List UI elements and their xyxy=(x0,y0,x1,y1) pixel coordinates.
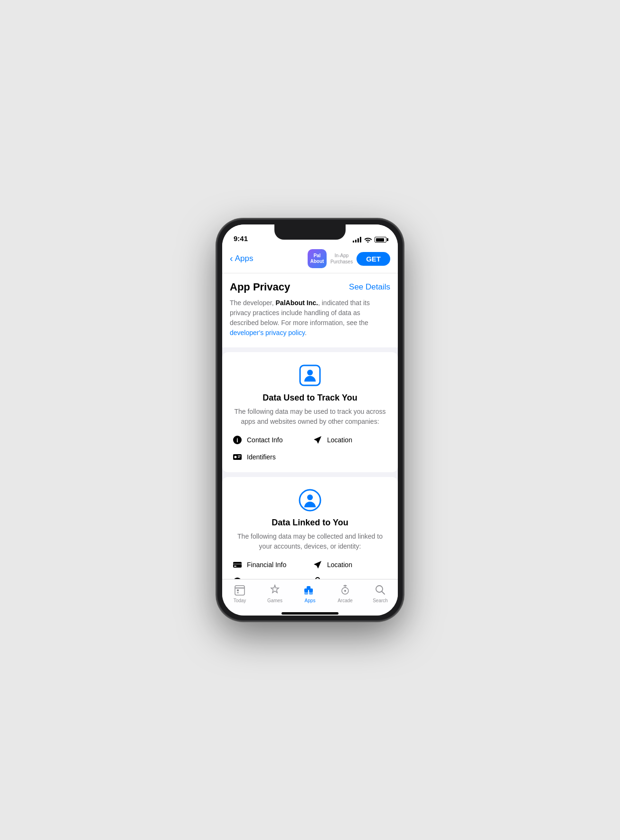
back-label: Apps xyxy=(235,254,254,263)
track-item-identifiers: Identifiers xyxy=(232,451,308,463)
tab-apps[interactable]: Apps xyxy=(292,583,328,603)
track-items-grid: i Contact Info Location xyxy=(232,434,388,463)
linked-item-location: Location xyxy=(312,559,388,570)
svg-rect-23 xyxy=(237,592,239,593)
linked-location-label: Location xyxy=(327,561,352,569)
tab-arcade[interactable]: Arcade xyxy=(328,583,363,603)
location-arrow-icon-2 xyxy=(312,559,323,570)
svg-rect-28 xyxy=(309,592,313,595)
back-arrow-icon: ‹ xyxy=(230,253,233,264)
svg-rect-21 xyxy=(235,588,244,588)
back-button[interactable]: ‹ Apps xyxy=(230,253,253,264)
track-identifiers-label: Identifiers xyxy=(247,453,276,461)
today-tab-icon xyxy=(233,583,246,597)
svg-rect-11 xyxy=(233,563,242,565)
id-card-icon xyxy=(232,451,243,463)
svg-point-1 xyxy=(307,370,313,375)
status-icons xyxy=(353,237,386,243)
home-bar xyxy=(282,612,338,615)
tab-games[interactable]: Games xyxy=(257,583,292,603)
svg-rect-20 xyxy=(235,586,244,595)
apps-tab-icon xyxy=(303,583,317,597)
linked-you-card: Data Linked to You The following data ma… xyxy=(222,477,398,579)
track-item-contact-info: i Contact Info xyxy=(232,434,308,446)
phone-device: 9:41 ‹ Apps xyxy=(217,220,403,620)
svg-text:i: i xyxy=(236,437,238,444)
tab-arcade-label: Arcade xyxy=(338,598,353,603)
wifi-icon xyxy=(364,237,372,243)
svg-rect-26 xyxy=(307,586,310,590)
privacy-header: App Privacy See Details The developer, P… xyxy=(222,273,398,347)
developer-name: PalAbout Inc. xyxy=(276,299,318,307)
track-you-card: Data Used to Track You The following dat… xyxy=(222,352,398,472)
svg-rect-27 xyxy=(304,592,308,595)
svg-rect-12 xyxy=(234,566,236,567)
track-icon xyxy=(298,364,322,387)
linked-card-description: The following data may be collected and … xyxy=(232,532,388,551)
search-tab-icon xyxy=(374,583,387,597)
svg-rect-22 xyxy=(237,589,239,591)
info-circle-icon: i xyxy=(232,434,243,446)
privacy-description: The developer, PalAbout Inc., indicated … xyxy=(230,298,390,338)
track-card-description: The following data may be used to track … xyxy=(232,407,388,427)
home-indicator xyxy=(222,613,398,616)
credit-card-icon xyxy=(232,559,243,570)
privacy-title-row: App Privacy See Details xyxy=(230,281,390,293)
svg-point-5 xyxy=(235,456,237,458)
track-location-label: Location xyxy=(327,436,352,444)
battery-icon xyxy=(375,237,386,243)
svg-point-30 xyxy=(344,590,346,592)
linked-card-title: Data Linked to You xyxy=(232,518,388,528)
track-item-location: Location xyxy=(312,434,388,446)
track-card-title: Data Used to Track You xyxy=(232,393,388,403)
location-arrow-icon xyxy=(312,434,323,446)
phone-screen: 9:41 ‹ Apps xyxy=(222,224,398,616)
svg-rect-6 xyxy=(238,456,241,457)
svg-rect-7 xyxy=(238,457,240,458)
tab-apps-label: Apps xyxy=(305,598,316,603)
tab-today[interactable]: Today xyxy=(222,583,257,603)
linked-financial-label: Financial Info xyxy=(247,561,286,569)
svg-point-9 xyxy=(307,495,313,500)
track-contact-info-label: Contact Info xyxy=(247,436,283,444)
tab-search-label: Search xyxy=(373,598,388,603)
games-tab-icon xyxy=(268,583,282,597)
tab-today-label: Today xyxy=(234,598,246,603)
arcade-tab-icon xyxy=(338,583,352,597)
see-details-link[interactable]: See Details xyxy=(349,282,390,292)
nav-center: PalAbout In-AppPurchases GET xyxy=(308,249,390,268)
notch xyxy=(274,224,346,240)
linked-items-grid: Financial Info Location xyxy=(232,559,388,579)
navigation-bar: ‹ Apps PalAbout In-AppPurchases GET xyxy=(222,245,398,273)
privacy-policy-link[interactable]: developer's privacy policy xyxy=(230,329,305,336)
signal-icon xyxy=(353,237,361,243)
main-content[interactable]: App Privacy See Details The developer, P… xyxy=(222,273,398,579)
tab-bar: Today Games xyxy=(222,579,398,613)
linked-icon xyxy=(298,488,322,512)
app-icon: PalAbout xyxy=(308,249,327,268)
tab-search[interactable]: Search xyxy=(363,583,398,603)
tab-games-label: Games xyxy=(267,598,282,603)
linked-item-financial: Financial Info xyxy=(232,559,308,570)
in-app-purchases-label: In-AppPurchases xyxy=(330,252,353,265)
get-button[interactable]: GET xyxy=(357,252,390,266)
privacy-title: App Privacy xyxy=(230,281,290,293)
status-time: 9:41 xyxy=(234,234,248,243)
